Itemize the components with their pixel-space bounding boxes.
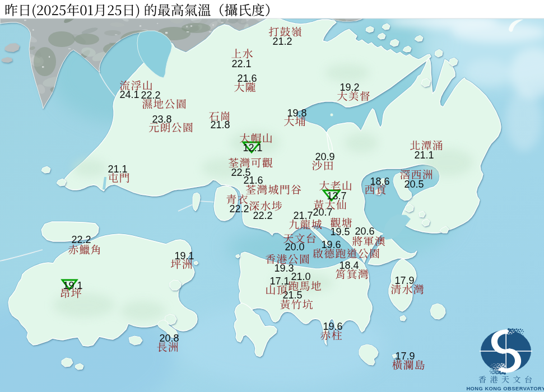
svg-text:17.1: 17.1 bbox=[269, 276, 289, 287]
svg-text:19.5: 19.5 bbox=[330, 226, 350, 237]
svg-text:21.7: 21.7 bbox=[293, 210, 313, 221]
svg-text:22.2: 22.2 bbox=[253, 210, 272, 221]
svg-text:21.8: 21.8 bbox=[210, 119, 230, 130]
svg-text:23.8: 23.8 bbox=[152, 114, 171, 125]
svg-text:21.6: 21.6 bbox=[243, 175, 263, 186]
svg-text:HONG KONG OBSERVATORY: HONG KONG OBSERVATORY bbox=[466, 386, 544, 391]
svg-text:22.2: 22.2 bbox=[71, 234, 91, 245]
svg-text:22.1: 22.1 bbox=[231, 58, 251, 69]
svg-text:17.9: 17.9 bbox=[395, 351, 415, 362]
svg-text:20.0: 20.0 bbox=[285, 241, 304, 253]
svg-text:20.7: 20.7 bbox=[313, 207, 332, 218]
svg-text:20.9: 20.9 bbox=[315, 151, 334, 162]
svg-text:22.2: 22.2 bbox=[229, 203, 249, 214]
svg-text:12.1: 12.1 bbox=[243, 142, 262, 153]
svg-text:24.1: 24.1 bbox=[119, 89, 139, 100]
svg-text:20.5: 20.5 bbox=[404, 179, 424, 190]
svg-text:21.2: 21.2 bbox=[272, 36, 292, 47]
svg-text:21.6: 21.6 bbox=[237, 73, 257, 84]
svg-text:21.1: 21.1 bbox=[414, 150, 434, 161]
svg-text:20.6: 20.6 bbox=[355, 226, 374, 237]
svg-text:21.1: 21.1 bbox=[108, 164, 127, 175]
svg-text:21.0: 21.0 bbox=[291, 271, 310, 282]
